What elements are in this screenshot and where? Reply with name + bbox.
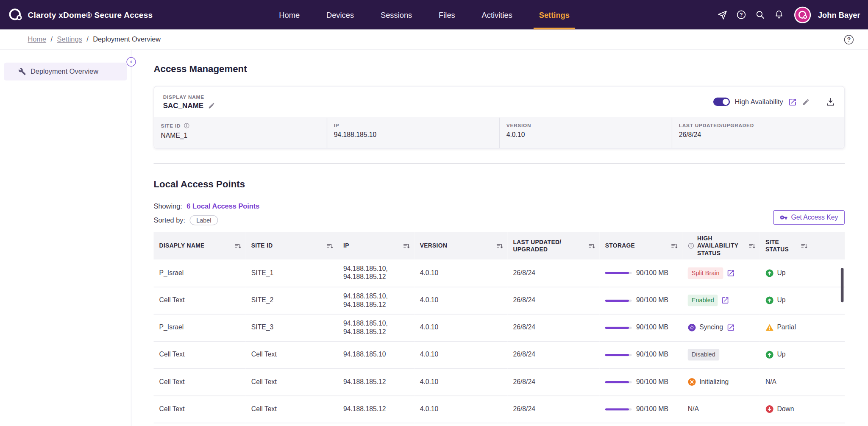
breadcrumb: Home / Settings / Deployment Overview xyxy=(28,36,161,43)
get-access-key-label: Get Access Key xyxy=(791,214,838,221)
paper-plane-icon[interactable] xyxy=(716,9,728,20)
filter-sort-icon[interactable] xyxy=(403,242,410,249)
brand: Claroty xDome® Secure Access xyxy=(8,0,153,29)
col-header-site-status[interactable]: SITE STATUS xyxy=(760,232,845,259)
bell-icon[interactable] xyxy=(773,9,785,20)
display-name-label: DISPLAY NAME xyxy=(163,94,215,100)
col-header-version[interactable]: VERSION xyxy=(415,232,508,259)
cell-ip: 94.188.185.10 xyxy=(338,341,415,368)
sidebar: Deployment Overview xyxy=(0,50,131,426)
breadcrumb-home[interactable]: Home xyxy=(28,36,46,43)
table-row[interactable]: Cell TextCell Text94.188.185.104.0.1026/… xyxy=(153,341,845,368)
filter-sort-icon[interactable] xyxy=(670,242,678,249)
nav-settings[interactable]: Settings xyxy=(539,0,570,29)
ha-topology-icon[interactable] xyxy=(788,97,797,106)
filter-sort-icon[interactable] xyxy=(588,242,595,249)
col-label: STORAGE xyxy=(605,242,635,249)
ha-details-icon[interactable] xyxy=(721,296,730,305)
table-row[interactable]: P_IsraelSITE_194.188.185.10,94.188.185.1… xyxy=(153,259,845,287)
wrench-icon xyxy=(18,68,26,75)
cell-display-name: P_Israel xyxy=(153,259,245,287)
col-header-ha-status[interactable]: HIGH AVAILABILITY STATUS xyxy=(682,232,760,259)
display-name-block: DISPLAY NAME SAC_NAME xyxy=(163,94,215,110)
nav-files[interactable]: Files xyxy=(439,0,455,29)
high-availability-toggle[interactable] xyxy=(713,97,729,106)
ha-status-text: Syncing xyxy=(699,323,723,332)
site-status-text: Partial xyxy=(777,323,796,332)
page-help-icon[interactable] xyxy=(844,35,854,44)
site-status-text: Up xyxy=(777,296,785,305)
ha-status-chip: Split Brain xyxy=(688,267,723,278)
get-access-key-button[interactable]: Get Access Key xyxy=(773,210,845,225)
page-title: Access Management xyxy=(153,64,845,75)
storage-text: 90/100 MB xyxy=(636,378,668,386)
cell-ip: 94.188.185.10,94.188.185.12 xyxy=(338,287,415,314)
cell-site-status: Partial xyxy=(760,314,845,341)
navbar-actions: ? John Bayer xyxy=(716,0,860,29)
breadcrumb-current: Deployment Overview xyxy=(93,36,161,43)
card-actions: High Availability xyxy=(713,97,835,106)
stat-label: VERSION xyxy=(506,123,531,128)
table-header-row: DISAPLY NAME SITE ID IP VERSION LAST UPD… xyxy=(153,232,845,259)
scrollbar-thumb[interactable] xyxy=(841,268,844,302)
table-row[interactable]: Cell TextSITE_294.188.185.10,94.188.185.… xyxy=(153,287,845,314)
cell-updated: 26/8/24 xyxy=(507,368,599,395)
ha-details-icon[interactable] xyxy=(726,323,735,332)
nav-sessions[interactable]: Sessions xyxy=(381,0,412,29)
cell-ip: 94.188.185.12 xyxy=(338,368,415,395)
col-header-site-id[interactable]: SITE ID xyxy=(246,232,338,259)
edit-display-name-icon[interactable] xyxy=(208,102,215,109)
showing-count-link[interactable]: 6 Local Access Points xyxy=(186,203,259,210)
site-status-text: Down xyxy=(777,405,794,413)
stat-value: NAME_1 xyxy=(161,131,320,139)
cell-ha-status: Initializing xyxy=(682,368,760,395)
cell-site-id: SITE_1 xyxy=(246,259,338,287)
stat-label: LAST UPDATED/UPGRADED xyxy=(679,123,754,128)
filter-sort-icon[interactable] xyxy=(748,242,755,249)
key-icon xyxy=(780,214,787,221)
table-row[interactable]: Cell TextCell Text94.188.185.124.0.1026/… xyxy=(153,368,845,395)
filter-sort-icon[interactable] xyxy=(800,242,807,249)
cell-storage: 90/100 MB xyxy=(600,368,682,395)
sidebar-item-deployment-overview[interactable]: Deployment Overview xyxy=(4,63,127,81)
cell-storage: 90/100 MB xyxy=(600,395,682,423)
cell-ha-status: Enabled xyxy=(682,287,760,314)
user-avatar[interactable] xyxy=(794,6,811,23)
svg-text:?: ? xyxy=(740,12,743,18)
nav-devices[interactable]: Devices xyxy=(326,0,354,29)
ha-status-text: Initializing xyxy=(699,378,729,386)
user-name[interactable]: John Bayer xyxy=(818,10,860,19)
filter-sort-icon[interactable] xyxy=(326,242,333,249)
stat-label: SITE ID xyxy=(161,123,181,128)
help-icon[interactable]: ? xyxy=(735,9,747,20)
ha-details-icon[interactable] xyxy=(726,269,735,277)
breadcrumb-settings[interactable]: Settings xyxy=(57,36,82,43)
sort-chip-label[interactable]: Label xyxy=(190,215,218,226)
filter-sort-icon[interactable] xyxy=(234,242,241,249)
breadcrumb-separator: / xyxy=(86,36,89,43)
col-header-display-name[interactable]: DISAPLY NAME xyxy=(153,232,245,259)
table-meta: Showing: 6 Local Access Points Sorted by… xyxy=(153,203,845,226)
cell-site-status: Down xyxy=(760,395,845,423)
info-icon[interactable] xyxy=(184,123,189,128)
display-name-value: SAC_NAME xyxy=(163,101,203,110)
edit-ha-icon[interactable] xyxy=(802,98,810,106)
search-icon[interactable] xyxy=(754,9,765,20)
table-row[interactable]: Cell TextCell Text94.188.185.124.0.1026/… xyxy=(153,395,845,423)
sidebar-collapse-button[interactable] xyxy=(126,57,136,67)
storage-bar xyxy=(605,381,632,383)
site-status-text: N/A xyxy=(765,378,776,386)
filter-sort-icon[interactable] xyxy=(496,242,503,249)
breadcrumb-bar: Home / Settings / Deployment Overview xyxy=(0,29,868,50)
col-header-storage[interactable]: STORAGE xyxy=(600,232,682,259)
cell-storage: 90/100 MB xyxy=(600,259,682,287)
col-header-ip[interactable]: IP xyxy=(338,232,415,259)
brand-title: Claroty xDome® Secure Access xyxy=(28,10,153,19)
col-header-last-updated[interactable]: LAST UPDATED/ UPGRADED xyxy=(507,232,599,259)
info-icon[interactable] xyxy=(688,242,695,249)
storage-text: 90/100 MB xyxy=(636,323,668,332)
nav-home[interactable]: Home xyxy=(279,0,300,29)
table-row[interactable]: P_IsraelSITE_394.188.185.10,94.188.185.1… xyxy=(153,314,845,341)
nav-activities[interactable]: Activities xyxy=(482,0,512,29)
download-icon[interactable] xyxy=(826,97,835,106)
